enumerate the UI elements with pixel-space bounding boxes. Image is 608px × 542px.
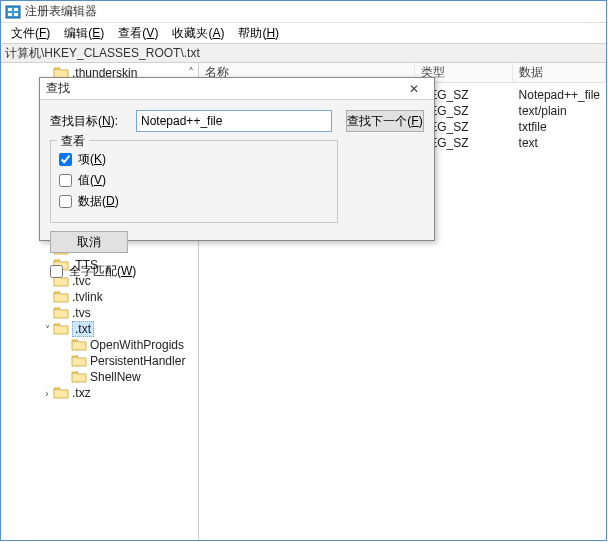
tree-item-label: OpenWithProgids [90, 338, 184, 352]
list-cell-data[interactable]: txtfile [519, 119, 600, 135]
close-icon[interactable]: ✕ [400, 82, 428, 96]
tree-item-label: .tvs [72, 306, 91, 320]
tree-twisty-icon[interactable]: ˅ [41, 324, 53, 335]
check-keys[interactable] [59, 153, 72, 166]
whole-word-label: 全字匹配(W) [69, 263, 136, 280]
svg-rect-3 [8, 13, 12, 16]
column-header-data[interactable]: 数据 [513, 63, 606, 83]
check-values-label: 值(V) [78, 172, 106, 189]
find-target-label: 查找目标(N): [50, 113, 128, 130]
check-data[interactable] [59, 195, 72, 208]
tree-item[interactable]: ˅.txt [3, 321, 198, 337]
check-keys-row[interactable]: 项(K) [59, 151, 329, 168]
look-at-group: 查看 项(K) 值(V) 数据(D) [50, 140, 338, 223]
menu-view[interactable]: 查看(V) [112, 23, 164, 44]
tree-item-label: .txz [72, 386, 91, 400]
find-dialog-titlebar[interactable]: 查找 ✕ [40, 78, 434, 100]
tree-item[interactable]: ›.txz [3, 385, 198, 401]
tree-item-label: ShellNew [90, 370, 141, 384]
folder-icon [53, 306, 69, 320]
group-legend: 查看 [57, 133, 89, 150]
folder-icon [71, 370, 87, 384]
tree-item[interactable]: ShellNew [3, 369, 198, 385]
menu-help[interactable]: 帮助(H) [232, 23, 285, 44]
svg-rect-2 [14, 8, 18, 11]
svg-rect-0 [6, 6, 20, 18]
tree-item[interactable]: .tvlink [3, 289, 198, 305]
find-dialog: 查找 ✕ 查找目标(N): 查找下一个(F) 查看 项(K) 值(V) 数据(D… [39, 77, 435, 241]
tree-item-label: PersistentHandler [90, 354, 185, 368]
svg-rect-4 [14, 13, 18, 16]
tree-item[interactable]: .tvs [3, 305, 198, 321]
check-keys-label: 项(K) [78, 151, 106, 168]
cancel-button[interactable]: 取消 [50, 231, 128, 253]
tree-item-label: .tvlink [72, 290, 103, 304]
menu-favorites[interactable]: 收藏夹(A) [166, 23, 230, 44]
folder-icon [53, 386, 69, 400]
menu-file[interactable]: 文件(F) [5, 23, 56, 44]
menu-edit[interactable]: 编辑(E) [58, 23, 110, 44]
window-title: 注册表编辑器 [25, 3, 97, 20]
tree-item[interactable]: OpenWithProgids [3, 337, 198, 353]
whole-word-row[interactable]: 全字匹配(W) [40, 259, 434, 288]
titlebar: 注册表编辑器 [1, 1, 606, 23]
address-bar[interactable]: 计算机\HKEY_CLASSES_ROOT\.txt [1, 43, 606, 63]
list-cell-data[interactable]: text [519, 135, 600, 151]
check-data-row[interactable]: 数据(D) [59, 193, 329, 210]
folder-icon [53, 290, 69, 304]
folder-icon [71, 338, 87, 352]
find-target-input[interactable] [136, 110, 332, 132]
find-dialog-title: 查找 [46, 80, 70, 97]
tree-item-label: .txt [72, 321, 94, 337]
tree-item[interactable]: PersistentHandler [3, 353, 198, 369]
list-cell-data[interactable]: Notepad++_file [519, 87, 600, 103]
folder-icon [53, 322, 69, 336]
check-values-row[interactable]: 值(V) [59, 172, 329, 189]
tree-twisty-icon[interactable]: › [41, 388, 53, 399]
check-whole-word[interactable] [50, 265, 63, 278]
check-values[interactable] [59, 174, 72, 187]
check-data-label: 数据(D) [78, 193, 119, 210]
app-icon [5, 4, 21, 20]
list-cell-data[interactable]: text/plain [519, 103, 600, 119]
find-next-button[interactable]: 查找下一个(F) [346, 110, 424, 132]
menubar: 文件(F) 编辑(E) 查看(V) 收藏夹(A) 帮助(H) [1, 23, 606, 43]
folder-icon [71, 354, 87, 368]
address-path: 计算机\HKEY_CLASSES_ROOT\.txt [5, 45, 200, 62]
svg-rect-1 [8, 8, 12, 11]
